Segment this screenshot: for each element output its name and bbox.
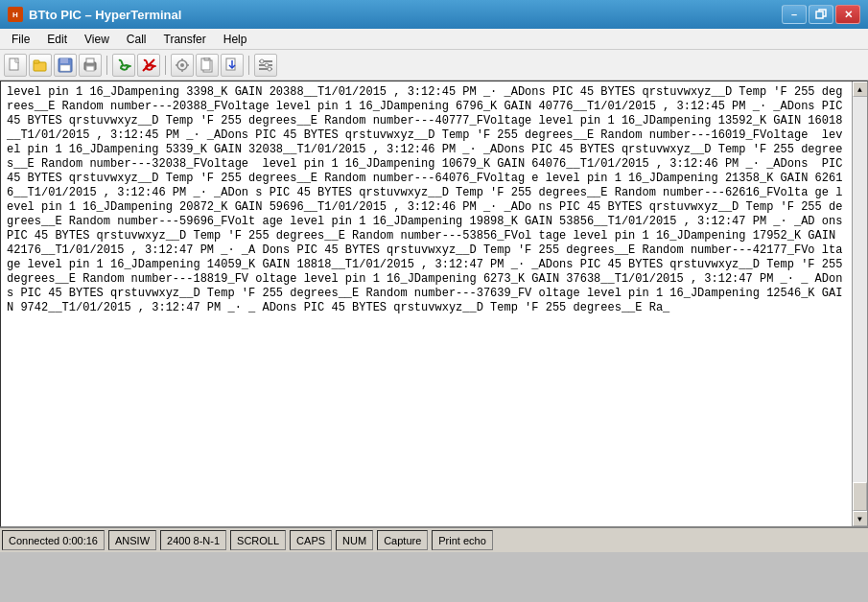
menu-edit[interactable]: Edit bbox=[39, 31, 75, 48]
scroll-thumb[interactable] bbox=[853, 482, 867, 511]
close-button[interactable]: ✕ bbox=[835, 5, 860, 24]
minimize-button[interactable]: – bbox=[782, 5, 807, 24]
toolbar-separator-1 bbox=[106, 56, 107, 75]
toolbar-save-button[interactable] bbox=[54, 54, 77, 77]
svg-rect-11 bbox=[86, 58, 94, 63]
status-connection: Connected 0:00:16 bbox=[2, 530, 105, 550]
terminal-container: level pin 1 16_JDampening 3398_K GAIN 20… bbox=[0, 81, 868, 527]
svg-rect-22 bbox=[204, 58, 209, 60]
svg-point-15 bbox=[180, 63, 184, 67]
svg-rect-6 bbox=[34, 60, 39, 63]
svg-text:H: H bbox=[12, 11, 18, 19]
toolbar-separator-3 bbox=[248, 56, 249, 75]
menu-view[interactable]: View bbox=[77, 31, 117, 48]
svg-rect-2 bbox=[816, 12, 823, 18]
menu-transfer[interactable]: Transfer bbox=[156, 31, 214, 48]
svg-rect-23 bbox=[226, 58, 235, 70]
status-encoding: ANSIW bbox=[108, 530, 156, 550]
window-title: BTto PIC – HyperTerminal bbox=[29, 8, 181, 22]
scroll-down-arrow[interactable]: ▼ bbox=[853, 511, 868, 526]
vertical-scrollbar[interactable]: ▲ ▼ bbox=[852, 81, 867, 526]
toolbar-open-button[interactable] bbox=[29, 54, 52, 77]
toolbar-paste-button[interactable] bbox=[196, 54, 219, 77]
svg-point-29 bbox=[265, 63, 269, 67]
scroll-track[interactable] bbox=[853, 97, 867, 511]
restore-button[interactable] bbox=[809, 5, 833, 24]
menu-file[interactable]: File bbox=[4, 31, 37, 48]
svg-rect-12 bbox=[86, 66, 94, 71]
svg-rect-9 bbox=[60, 65, 70, 71]
toolbar-dial-button[interactable] bbox=[112, 54, 135, 77]
svg-rect-8 bbox=[60, 58, 68, 63]
toolbar-properties-button[interactable] bbox=[171, 54, 194, 77]
toolbar-hangup-button[interactable] bbox=[137, 54, 160, 77]
terminal-output[interactable]: level pin 1 16_JDampening 3398_K GAIN 20… bbox=[1, 81, 852, 526]
menu-call[interactable]: Call bbox=[119, 31, 154, 48]
scroll-up-arrow[interactable]: ▲ bbox=[853, 81, 868, 97]
status-bar: Connected 0:00:16 ANSIW 2400 8-N-1 SCROL… bbox=[0, 527, 868, 552]
status-scroll: SCROLL bbox=[230, 530, 286, 550]
toolbar-new-button[interactable] bbox=[4, 54, 27, 77]
menu-bar: File Edit View Call Transfer Help bbox=[0, 29, 868, 50]
status-num: NUM bbox=[336, 530, 373, 550]
toolbar-config-button[interactable] bbox=[254, 54, 277, 77]
title-bar-buttons: – ✕ bbox=[782, 5, 860, 24]
toolbar-receive-button[interactable] bbox=[221, 54, 244, 77]
toolbar-separator-2 bbox=[165, 56, 166, 75]
status-caps: CAPS bbox=[290, 530, 332, 550]
menu-help[interactable]: Help bbox=[216, 31, 255, 48]
app-icon: H bbox=[8, 7, 23, 22]
status-print-echo: Print echo bbox=[432, 530, 493, 550]
status-capture: Capture bbox=[377, 530, 428, 550]
title-bar-left: H BTto PIC – HyperTerminal bbox=[8, 7, 181, 22]
title-bar: H BTto PIC – HyperTerminal – ✕ bbox=[0, 0, 868, 29]
svg-point-30 bbox=[268, 67, 271, 71]
svg-point-28 bbox=[260, 59, 264, 63]
toolbar-print-button[interactable] bbox=[79, 54, 102, 77]
toolbar bbox=[0, 50, 868, 81]
status-baud: 2400 8-N-1 bbox=[160, 530, 226, 550]
